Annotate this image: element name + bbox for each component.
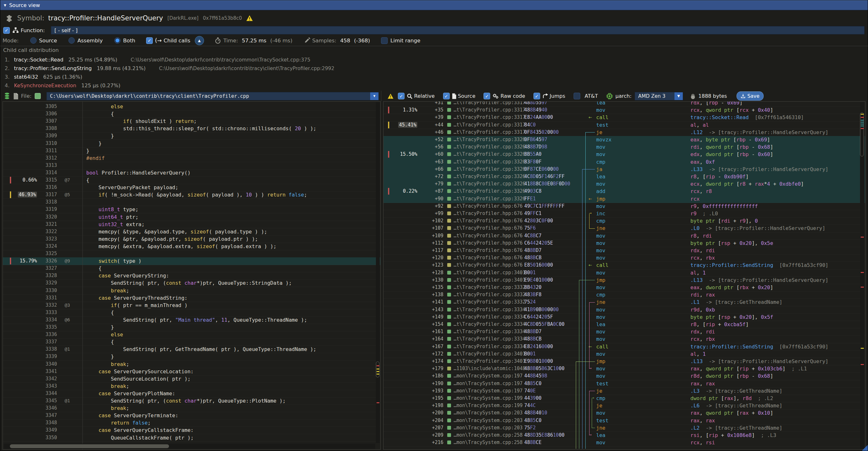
asm-row[interactable]: +174…t\TracyProfiler.cpp:3401E9B8010000j… [383, 358, 865, 365]
source-row[interactable]: 3309} [3, 132, 380, 140]
source-row[interactable]: 3342SendSourceLocation( ptr ); [3, 375, 380, 383]
child-call-item[interactable]: 1.tracy::Socket::Read25.25 ms (54.89%)C:… [0, 55, 868, 64]
asm-row[interactable]: +149…t\TracyProfiler.cpp:3334C64424205Fm… [383, 313, 865, 321]
source-row[interactable]: 3349case ServerQueryCallstackFrame: [3, 426, 380, 434]
limit-range-checkbox[interactable] [381, 37, 388, 44]
raw-code-toggle[interactable]: ✓ Raw code [484, 93, 525, 99]
asm-row[interactable]: +39…t\TracyProfiler.cpp:3317E824AA0000←c… [383, 114, 865, 121]
asm-row[interactable]: +72…t\TracyProfiler.cpp:33264C8D05F146F2… [383, 173, 865, 181]
source-row[interactable]: 15.79%3326@9switch( type ) [3, 257, 380, 265]
source-row[interactable]: 3329SendString( ptr, (const char*)ptr, Q… [3, 279, 380, 287]
source-row[interactable]: 3319uint8_t type; [3, 206, 380, 213]
source-row[interactable]: 3328case ServerQueryString: [3, 272, 380, 280]
asm-row[interactable]: +143…t\TracyProfiler.cpp:333441B90B00000… [383, 306, 865, 314]
asm-row[interactable]: +56…t\TracyProfiler.cpp:3326488B7D98movr… [383, 143, 865, 151]
source-pane[interactable]: 3305else3306{3307if( shouldExit ) return… [3, 101, 381, 450]
asm-row[interactable]: +164…t\TracyProfiler.cpp:3334488BCBmovrc… [383, 335, 865, 343]
child-call-item[interactable]: 3.stat64i32625 μs (1.36%) [0, 72, 868, 81]
source-row[interactable]: 3341case ServerQuerySourceLocation: [3, 368, 380, 375]
source-row[interactable]: 3324memcpy( &extra, &payload.extra, size… [3, 243, 380, 250]
asm-row[interactable]: +161…t\TracyProfiler.cpp:3334488BD7movrd… [383, 328, 865, 336]
asm-row[interactable]: +135…t\TracyProfiler.cpp:33328B4320movea… [383, 284, 865, 292]
source-row[interactable]: 3318 [3, 199, 380, 206]
asm-row[interactable]: +112…t\TracyProfiler.hpp:676C64424205Emo… [383, 240, 865, 247]
source-row[interactable]: 3337{ [3, 338, 380, 346]
asm-vscrollbar-thumb[interactable] [860, 113, 864, 156]
source-row[interactable]: 3344case ServerQueryPlotName: [3, 390, 380, 397]
asm-row[interactable]: +46…t\TracyProfiler.cpp:33170F8435020000… [383, 129, 865, 136]
asm-row[interactable]: +167…t\TracyProfiler.cpp:3334E824160000←… [383, 343, 865, 351]
mode-radio-source[interactable]: Source [30, 37, 57, 43]
asm-row[interactable]: +216…mon\TracySystem.cpp:258488BCEmovrcx… [383, 439, 865, 447]
relative-toggle[interactable]: ✓ Relative [398, 93, 435, 99]
source-hscrollbar-thumb[interactable] [10, 444, 169, 448]
asm-row[interactable]: +198…mon\TracySystem.cpp:199744Cje.L6 ->… [383, 402, 865, 410]
source-row[interactable]: 3332@3if( ptr == m_mainThread ) [3, 302, 380, 309]
asm-row[interactable]: 45.41%+44…t\TracyProfiler.cpp:331784C0te… [383, 121, 865, 129]
child-call-item[interactable]: 4.KeSynchronizeExecution125 μs (0.27%) [0, 81, 868, 90]
function-checkbox[interactable]: ✓ [3, 27, 10, 34]
source-row[interactable]: 3306{ [3, 110, 380, 118]
collapse-child-calls-button[interactable]: ▲ [195, 36, 204, 45]
source-row[interactable]: 3333{ [3, 309, 380, 317]
source-row[interactable]: 3331case ServerQueryThreadString: [3, 294, 380, 302]
collapse-caret-icon[interactable]: ▼ [4, 3, 6, 7]
save-button[interactable]: Save [737, 91, 764, 101]
assembly-pane[interactable]: +31…t\TracyProfiler.cpp:3317488D5597lear… [383, 101, 865, 450]
asm-row[interactable]: +130…t\TracyProfiler.cpp:3401E9E4010000j… [383, 276, 865, 284]
source-row[interactable]: 3323memcpy( &ptr, &payload.ptr, sizeof( … [3, 235, 380, 243]
asm-row[interactable]: +186…mon\TracySystem.cpp:197448B4598movr… [383, 372, 865, 380]
source-row[interactable]: 3320uint64_t ptr; [3, 213, 380, 221]
source-row[interactable]: 3307if( shouldExit ) return; [3, 118, 380, 125]
asm-row[interactable]: +123…t\TracyProfiler.hpp:676E850160000←c… [383, 262, 865, 269]
source-row[interactable]: 3327{ [3, 265, 380, 272]
source-row[interactable]: 3325 [3, 250, 380, 258]
asm-row[interactable]: +79…t\TracyProfiler.cpp:3326418B8C80E0BF… [383, 180, 865, 188]
asm-row[interactable]: +52…t\TracyProfiler.cpp:33260FB64597movz… [383, 136, 865, 144]
source-row[interactable]: 3347case ServerQueryTerminate: [3, 412, 380, 419]
function-combo[interactable]: [ - self - ] [51, 26, 865, 34]
uarch-combo[interactable]: AMD Zen 3 ▼ [635, 92, 683, 100]
uarch-combo-arrow-icon[interactable]: ▼ [675, 92, 683, 100]
source-row[interactable]: 3336else [3, 331, 380, 338]
source-row[interactable]: 3346break; [3, 404, 380, 412]
source-row[interactable]: 3334@6SendString( ptr, "Main thread", 11… [3, 316, 380, 324]
asm-row[interactable]: +63…t\TracyProfiler.cpp:332683F80Fcmpeax… [383, 158, 865, 166]
file-combo[interactable]: C:\Users\wolf\Desktop\darkrl\contrib\tra… [46, 92, 379, 100]
source-row[interactable]: 3330break; [3, 287, 380, 295]
titlebar[interactable]: ▼ Source view [0, 0, 868, 10]
source-row[interactable]: 3350QueueCallstackFrame( ptr ); [3, 434, 380, 442]
mode-radio-assembly[interactable]: Assembly [68, 37, 103, 43]
source-row[interactable]: 3335} [3, 324, 380, 331]
file-combo-arrow-icon[interactable]: ▼ [370, 92, 378, 100]
asm-row[interactable]: +154…t\TracyProfiler.cpp:33344C8D055FBA0… [383, 321, 865, 328]
source-row[interactable]: 3343break; [3, 383, 380, 390]
source-row[interactable]: 3313 [3, 162, 380, 170]
asm-row[interactable]: 1.31%+35…t\TracyProfiler.cpp:3317488B494… [383, 107, 865, 114]
asm-row[interactable]: +120…t\TracyProfiler.hpp:676488BCBmovrcx… [383, 254, 865, 262]
source-toggle[interactable]: ✓ Source [443, 93, 475, 99]
source-row[interactable]: 3348return false; [3, 419, 380, 427]
asm-row[interactable]: +141…t\TracyProfiler.cpp:33327524jne.L1 … [383, 298, 865, 306]
source-row[interactable]: 3308std::this_thread::sleep_for( std::ch… [3, 125, 380, 132]
asm-row[interactable]: +102…t\TracyProfiler.hpp:67642803C0F00cm… [383, 217, 865, 225]
asm-row[interactable]: 0.22%+87…t\TracyProfiler.cpp:33264903C8a… [383, 188, 865, 195]
asm-row[interactable]: +209…mon\TracySystem.cpp:258488D35E88610… [383, 431, 865, 439]
resize-grip[interactable] [862, 445, 868, 451]
source-row[interactable]: 3322memcpy( &type, &payload.type, sizeof… [3, 228, 380, 236]
source-vscrollbar-thumb[interactable] [376, 361, 379, 378]
source-row[interactable]: 3338@1SendString( ptr, GetThreadName( pt… [3, 345, 380, 353]
asm-row[interactable]: +204…mon\TracySystem.cpp:2034885C0testra… [383, 417, 865, 425]
asm-row[interactable]: +193…mon\TracySystem.cpp:197740Eje.L3 ->… [383, 387, 865, 395]
child-call-item[interactable]: 2.tracy::Profiler::SendLongString19.88 m… [0, 64, 868, 72]
source-row[interactable]: 3340break; [3, 361, 380, 368]
source-row[interactable]: 3321uint32_t extra; [3, 221, 380, 229]
source-row[interactable]: 3314bool Profiler::HandleServerQuery() [3, 169, 380, 177]
source-row[interactable]: 3310} [3, 140, 380, 147]
mode-radio-both[interactable]: Both [114, 37, 135, 43]
asm-row[interactable]: +195…mon\TracySystem.cpp:199443900cmpdwo… [383, 395, 865, 402]
asm-row[interactable]: 15.50%+60…t\TracyProfiler.cpp:33268B55A0… [383, 151, 865, 158]
source-row[interactable]: 3316ServerQueryPacket payload; [3, 184, 380, 191]
source-row[interactable]: 3305else [3, 103, 380, 111]
source-row[interactable]: 3345@1SendString( ptr, (const char*)ptr,… [3, 397, 380, 405]
